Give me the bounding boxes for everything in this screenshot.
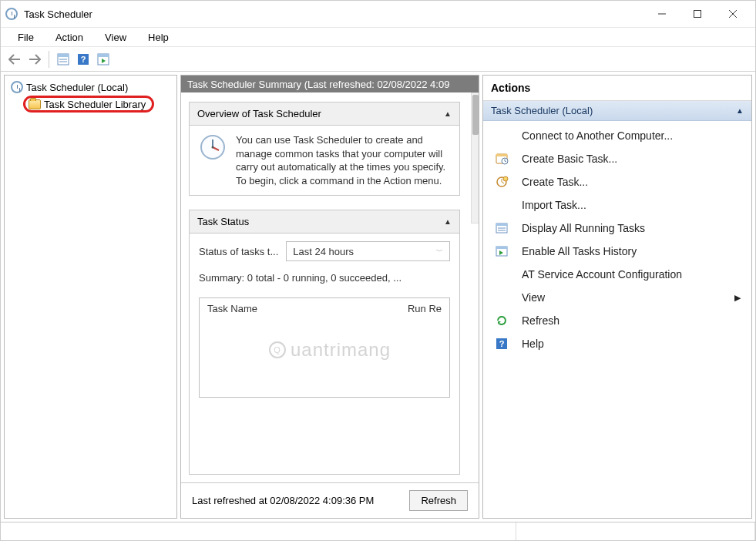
action-refresh[interactable]: Refresh: [483, 309, 751, 332]
chevron-up-icon: ▲: [736, 106, 744, 115]
svg-rect-26: [496, 223, 507, 226]
scrollbar[interactable]: [471, 92, 479, 223]
svg-rect-30: [496, 247, 507, 249]
refresh-icon: [494, 313, 509, 328]
action-create-basic-task[interactable]: Create Basic Task...: [483, 147, 751, 170]
blank-icon: [494, 267, 509, 282]
menu-file[interactable]: File: [7, 29, 45, 45]
action-at-service[interactable]: AT Service Account Configuration: [483, 263, 751, 286]
chevron-down-icon: ﹀: [436, 247, 443, 257]
action-display-running[interactable]: Display All Running Tasks: [483, 217, 751, 240]
status-table: Task Name Run Re: [199, 297, 450, 398]
properties-icon[interactable]: [54, 50, 72, 69]
task-status-header[interactable]: Task Status ▲: [190, 210, 459, 234]
tree-root[interactable]: Task Scheduler (Local): [8, 79, 173, 96]
action-create-task[interactable]: Create Task...: [483, 170, 751, 193]
svg-rect-1: [694, 11, 701, 18]
col-run-result[interactable]: Run Re: [400, 298, 449, 319]
status-filter-combo[interactable]: Last 24 hours ﹀: [286, 241, 450, 261]
action-import-task[interactable]: Import Task...: [483, 193, 751, 217]
actions-section-label: Task Scheduler (Local): [491, 105, 593, 116]
action-label: View: [522, 291, 545, 304]
svg-rect-17: [496, 154, 507, 156]
window-title: Task Scheduler: [24, 8, 92, 20]
close-button[interactable]: [715, 1, 751, 27]
blank-icon: [494, 290, 509, 305]
svg-rect-11: [98, 54, 109, 57]
menu-action[interactable]: Action: [45, 29, 94, 45]
action-enable-history[interactable]: Enable All Tasks History: [483, 240, 751, 263]
forward-button[interactable]: [25, 50, 44, 69]
clock-icon: [199, 133, 227, 163]
create-task-icon: [494, 174, 509, 190]
run-icon[interactable]: [94, 50, 113, 69]
folder-icon: [29, 98, 41, 110]
back-button[interactable]: [5, 50, 24, 69]
center-footer: Last refreshed at 02/08/2022 4:09:36 PM …: [181, 482, 479, 518]
status-filter-label: Status of tasks t...: [199, 246, 278, 257]
app-icon: [5, 8, 18, 20]
overview-panel: Overview of Task Scheduler ▲ You can use…: [189, 102, 460, 196]
svg-point-24: [503, 176, 508, 181]
submenu-arrow-icon: ▶: [734, 293, 741, 303]
svg-text:?: ?: [81, 55, 86, 64]
statusbar-cell: [516, 523, 755, 540]
col-task-name[interactable]: Task Name: [200, 298, 400, 319]
tree-library-label: Task Scheduler Library: [44, 99, 146, 110]
svg-text:?: ?: [499, 339, 505, 348]
svg-point-15: [212, 146, 214, 149]
action-label: Display All Running Tasks: [522, 222, 645, 234]
actions-title: Actions: [483, 76, 751, 101]
display-tasks-icon: [494, 220, 509, 236]
action-label: AT Service Account Configuration: [522, 268, 682, 281]
titlebar: Task Scheduler: [1, 1, 755, 27]
scheduler-icon: [11, 81, 23, 93]
task-status-panel: Task Status ▲ Status of tasks t... Last …: [189, 210, 460, 475]
task-status-title: Task Status: [197, 216, 249, 227]
svg-rect-5: [58, 54, 69, 57]
action-help[interactable]: ? Help: [483, 332, 751, 355]
overview-text: You can use Task Scheduler to create and…: [236, 133, 450, 187]
blank-icon: [494, 128, 509, 143]
status-filter-value: Last 24 hours: [293, 246, 354, 257]
menubar: File Action View Help: [1, 27, 755, 47]
action-label: Import Task...: [522, 199, 586, 211]
actions-pane: Actions Task Scheduler (Local) ▲ Connect…: [482, 75, 752, 519]
tree-root-label: Task Scheduler (Local): [26, 82, 128, 93]
action-label: Create Basic Task...: [522, 153, 617, 165]
action-label: Help: [522, 338, 544, 350]
help-icon: ?: [494, 336, 509, 351]
action-connect-computer[interactable]: Connect to Another Computer...: [483, 124, 751, 147]
chevron-up-icon: ▲: [444, 109, 452, 118]
toolbar-separator: [49, 51, 49, 68]
maximize-button[interactable]: [680, 1, 715, 27]
blank-icon: [494, 197, 509, 213]
center-pane: Task Scheduler Summary (Last refreshed: …: [180, 75, 479, 519]
menu-help[interactable]: Help: [137, 29, 180, 45]
action-label: Connect to Another Computer...: [522, 129, 673, 142]
content-area: Task Scheduler (Local) Task Scheduler Li…: [1, 72, 755, 522]
menu-view[interactable]: View: [94, 29, 137, 45]
action-view[interactable]: View ▶: [483, 286, 751, 309]
minimize-button[interactable]: [644, 1, 680, 27]
last-refreshed-label: Last refreshed at 02/08/2022 4:09:36 PM: [192, 495, 374, 506]
statusbar-cell: [1, 523, 516, 540]
summary-bar: Task Scheduler Summary (Last refreshed: …: [181, 76, 479, 92]
action-label: Refresh: [522, 314, 559, 327]
refresh-button[interactable]: Refresh: [409, 490, 468, 511]
chevron-up-icon: ▲: [444, 217, 452, 226]
app-window: Task Scheduler File Action View Help ? T…: [0, 0, 756, 541]
action-label: Enable All Tasks History: [522, 245, 637, 257]
toolbar: ?: [1, 47, 755, 72]
statusbar: [1, 522, 755, 540]
overview-header[interactable]: Overview of Task Scheduler ▲: [190, 102, 459, 126]
status-summary-line: Summary: 0 total - 0 running, 0 succeede…: [199, 272, 450, 284]
tree-pane: Task Scheduler (Local) Task Scheduler Li…: [4, 75, 177, 519]
actions-list: Connect to Another Computer... Create Ba…: [483, 121, 751, 358]
overview-title: Overview of Task Scheduler: [197, 108, 321, 119]
actions-section-header[interactable]: Task Scheduler (Local) ▲: [483, 101, 751, 121]
help-icon[interactable]: ?: [74, 50, 92, 69]
enable-history-icon: [494, 244, 509, 259]
tree-library[interactable]: Task Scheduler Library: [23, 96, 154, 113]
action-label: Create Task...: [522, 176, 588, 188]
